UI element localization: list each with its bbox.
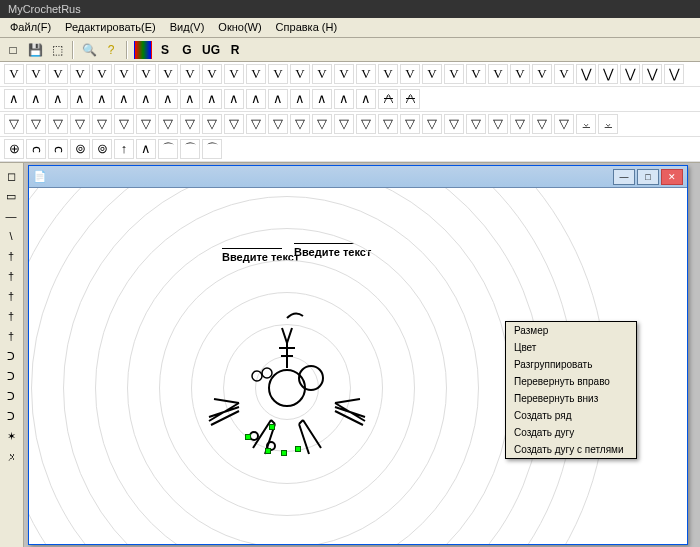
symbol-button[interactable]: ⋁ — [576, 64, 596, 84]
symbol-button[interactable]: ▽ — [136, 114, 156, 134]
symbol-button[interactable]: ᴒ — [26, 139, 46, 159]
symbol-button[interactable]: ∧ — [92, 89, 112, 109]
close-button[interactable]: ✕ — [661, 169, 683, 185]
symbol-button[interactable]: ▽ — [466, 114, 486, 134]
menu-file[interactable]: Файл(F) — [4, 20, 57, 35]
symbol-button[interactable]: ∧ — [26, 89, 46, 109]
symbol-button[interactable]: ⋁ — [642, 64, 662, 84]
symbol-button[interactable]: V — [136, 64, 156, 84]
symbol-button[interactable]: V — [444, 64, 464, 84]
left-tool-button[interactable]: † — [2, 247, 20, 265]
symbol-button[interactable]: ⋁ — [664, 64, 684, 84]
symbol-button[interactable]: ▽ — [48, 114, 68, 134]
context-menu-item[interactable]: Создать ряд — [506, 407, 636, 424]
symbol-button[interactable]: ⊚ — [70, 139, 90, 159]
symbol-button[interactable]: ▽ — [312, 114, 332, 134]
symbol-button[interactable]: V — [246, 64, 266, 84]
symbol-button[interactable]: ▽ — [92, 114, 112, 134]
left-tool-button[interactable]: ꭗ — [2, 447, 20, 465]
symbol-button[interactable]: V — [290, 64, 310, 84]
symbol-button[interactable]: V — [180, 64, 200, 84]
symbol-button[interactable]: ▽ — [532, 114, 552, 134]
symbol-button[interactable]: ∧ — [158, 89, 178, 109]
context-menu-item[interactable]: Размер — [506, 322, 636, 339]
menu-window[interactable]: Окно(W) — [212, 20, 267, 35]
left-tool-button[interactable]: ▭ — [2, 187, 20, 205]
symbol-button[interactable]: ▽ — [510, 114, 530, 134]
selection-handle[interactable] — [245, 434, 251, 440]
symbol-button[interactable]: V — [378, 64, 398, 84]
menu-help[interactable]: Справка (H) — [270, 20, 343, 35]
symbol-button[interactable]: ∧ — [180, 89, 200, 109]
symbol-button[interactable]: ▽ — [180, 114, 200, 134]
symbol-button[interactable]: ᴒ — [48, 139, 68, 159]
symbol-button[interactable]: ↑ — [114, 139, 134, 159]
symbol-button[interactable]: V — [334, 64, 354, 84]
symbol-button[interactable]: V — [26, 64, 46, 84]
symbol-button[interactable]: ⌒ — [202, 139, 222, 159]
context-menu-item[interactable]: Цвет — [506, 339, 636, 356]
symbol-button[interactable]: V — [356, 64, 376, 84]
symbol-button[interactable]: ▽ — [224, 114, 244, 134]
search-icon[interactable]: 🔍 — [80, 41, 98, 59]
selection-handle[interactable] — [281, 450, 287, 456]
symbol-button[interactable]: ⩜ — [378, 89, 398, 109]
context-menu-item[interactable]: Создать дугу — [506, 424, 636, 441]
context-menu-item[interactable]: Перевернуть вправо — [506, 373, 636, 390]
symbol-button[interactable]: ∧ — [312, 89, 332, 109]
symbol-button[interactable]: ⊕ — [4, 139, 24, 159]
symbol-button[interactable]: ∧ — [48, 89, 68, 109]
symbol-button[interactable]: ∧ — [356, 89, 376, 109]
symbol-button[interactable]: ∧ — [202, 89, 222, 109]
left-tool-button[interactable]: \ — [2, 227, 20, 245]
symbol-button[interactable]: V — [4, 64, 24, 84]
export-icon[interactable]: ⬚ — [48, 41, 66, 59]
letter-s[interactable]: S — [156, 41, 174, 59]
selection-handle[interactable] — [295, 446, 301, 452]
symbol-button[interactable]: ▽ — [202, 114, 222, 134]
symbol-button[interactable]: V — [224, 64, 244, 84]
left-tool-button[interactable]: Ɔ — [2, 367, 20, 385]
left-tool-button[interactable]: Ɔ — [2, 387, 20, 405]
symbol-button[interactable]: ▽ — [4, 114, 24, 134]
symbol-button[interactable]: ⩡ — [576, 114, 596, 134]
symbol-button[interactable]: V — [400, 64, 420, 84]
symbol-button[interactable]: V — [488, 64, 508, 84]
selection-handle[interactable] — [269, 424, 275, 430]
symbol-button[interactable]: ▽ — [554, 114, 574, 134]
new-file-icon[interactable]: □ — [4, 41, 22, 59]
help-icon[interactable]: ? — [102, 41, 120, 59]
symbol-button[interactable]: ▽ — [26, 114, 46, 134]
symbol-button[interactable]: ∧ — [70, 89, 90, 109]
save-icon[interactable]: 💾 — [26, 41, 44, 59]
symbol-button[interactable]: V — [92, 64, 112, 84]
symbol-button[interactable]: ▽ — [70, 114, 90, 134]
symbol-button[interactable]: V — [312, 64, 332, 84]
symbol-button[interactable]: ▽ — [444, 114, 464, 134]
left-tool-button[interactable]: — — [2, 207, 20, 225]
symbol-button[interactable]: V — [268, 64, 288, 84]
context-menu-item[interactable]: Перевернуть вниз — [506, 390, 636, 407]
symbol-button[interactable]: ▽ — [158, 114, 178, 134]
letter-r[interactable]: R — [226, 41, 244, 59]
symbol-button[interactable]: V — [114, 64, 134, 84]
palette-icon[interactable] — [134, 41, 152, 59]
symbol-button[interactable]: V — [422, 64, 442, 84]
symbol-button[interactable]: ∧ — [246, 89, 266, 109]
symbol-button[interactable]: ▽ — [268, 114, 288, 134]
letter-ug[interactable]: UG — [200, 41, 222, 59]
symbol-button[interactable]: ∧ — [334, 89, 354, 109]
symbol-button[interactable]: ▽ — [488, 114, 508, 134]
context-menu-item[interactable]: Разгруппировать — [506, 356, 636, 373]
left-tool-button[interactable]: † — [2, 307, 20, 325]
symbol-button[interactable]: ∧ — [4, 89, 24, 109]
symbol-button[interactable]: ▽ — [334, 114, 354, 134]
symbol-button[interactable]: V — [70, 64, 90, 84]
left-tool-button[interactable]: ◻ — [2, 167, 20, 185]
symbol-button[interactable]: ▽ — [400, 114, 420, 134]
symbol-button[interactable]: ∧ — [224, 89, 244, 109]
symbol-button[interactable]: V — [554, 64, 574, 84]
left-tool-button[interactable]: Ɔ — [2, 347, 20, 365]
symbol-button[interactable]: ▽ — [422, 114, 442, 134]
left-tool-button[interactable]: † — [2, 287, 20, 305]
